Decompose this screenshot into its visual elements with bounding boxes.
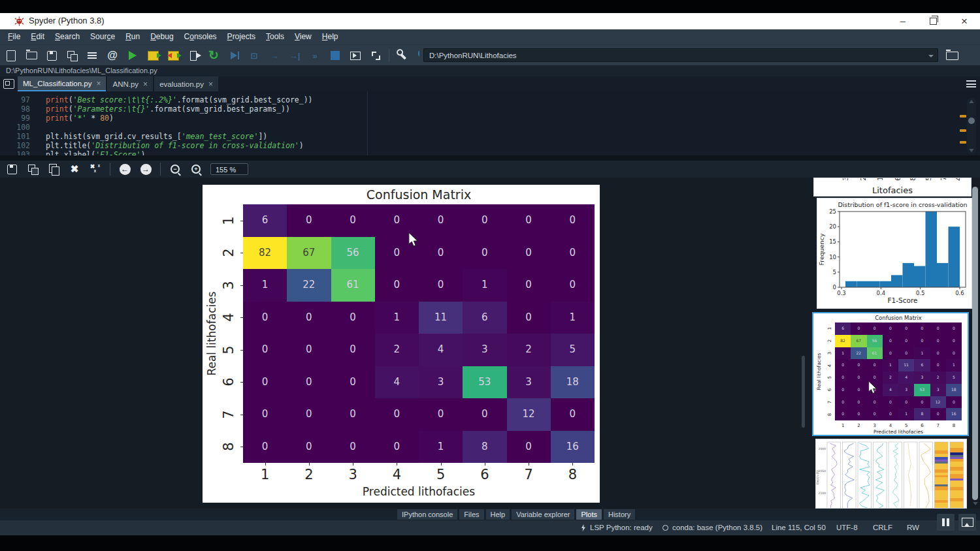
screenshot-button[interactable]	[958, 514, 976, 531]
menu-help[interactable]: Help	[317, 29, 344, 44]
encoding-status: UTF-8	[836, 520, 858, 535]
pause-button[interactable]	[937, 514, 955, 531]
open-file-icon[interactable]	[24, 48, 39, 63]
matrix-cell-r4c1: 0	[243, 302, 287, 334]
save-plot-icon[interactable]	[5, 163, 18, 176]
zoom-in-icon[interactable]: +	[189, 163, 203, 176]
y-tick-label: 3	[827, 352, 832, 354]
editor-scrollbar[interactable]	[967, 98, 976, 154]
tab-evaluation.py[interactable]: evaluation.py×	[154, 76, 218, 91]
remove-plot-icon[interactable]: ✖	[68, 163, 81, 176]
browse-directory-icon[interactable]	[945, 48, 959, 63]
warning-marker[interactable]	[960, 129, 966, 132]
close-button[interactable]: ×	[951, 13, 977, 29]
menu-run[interactable]: Run	[120, 29, 145, 44]
debug-cell-icon[interactable]: ⊡	[247, 48, 261, 63]
matrix-cell-r3c4: 0	[375, 269, 419, 302]
scroll-down-icon[interactable]	[973, 502, 978, 505]
tab-ANN.py[interactable]: ANN.py×	[107, 76, 153, 91]
debug-file-icon[interactable]	[227, 48, 241, 63]
x-tick-label: 6	[894, 178, 902, 181]
preferences-icon[interactable]	[395, 48, 410, 63]
remove-all-plots-icon[interactable]: ✖ ˣˣ	[89, 163, 102, 176]
tab-ML_Classification.py[interactable]: ML_Classification.py×	[18, 76, 106, 91]
plots-scrollbar-thumb[interactable]	[802, 356, 805, 428]
new-window-icon[interactable]	[348, 48, 363, 63]
pane-tab-plots[interactable]: Plots	[576, 509, 601, 520]
run-file-icon[interactable]	[125, 48, 140, 63]
warning-marker[interactable]	[960, 115, 966, 118]
menu-debug[interactable]: Debug	[145, 29, 178, 44]
maximize-pane-icon[interactable]	[368, 48, 383, 63]
code-editor[interactable]: 97print('Best score:\t\t{:.2%}'.format(s…	[0, 91, 980, 155]
new-file-icon[interactable]	[4, 48, 18, 63]
plot-confusion-matrix[interactable]: Confusion Matrix600000008267560000012261…	[203, 185, 600, 503]
menu-file[interactable]: File	[3, 29, 25, 44]
menu-search[interactable]: Search	[50, 29, 85, 44]
pane-splitter[interactable]	[0, 155, 980, 161]
y-tick-label: 1	[221, 216, 237, 225]
plot-thumbnail-f1-histogram[interactable]: Distribution of f1-score in cross-valida…	[817, 198, 972, 309]
thumbnail-scrollbar-thumb[interactable]	[972, 187, 978, 500]
pane-tab-ipython-console[interactable]: IPython console	[397, 509, 457, 520]
svg-text:10: 10	[829, 254, 836, 260]
close-tab-icon[interactable]: ×	[208, 80, 213, 89]
menu-consoles[interactable]: Consoles	[179, 29, 222, 44]
zoom-level-field[interactable]: 155 %	[210, 163, 248, 175]
y-axis-label: Real lithofacies	[816, 353, 822, 390]
next-plot-icon[interactable]: →	[139, 163, 152, 176]
plot-thumbnail-well-logs[interactable]: Depth (ft)200020502100	[815, 439, 967, 509]
matrix-cell-r7c7: 12	[930, 396, 946, 409]
step-over-icon[interactable]: →	[267, 48, 282, 63]
menu-source[interactable]: Source	[85, 29, 120, 44]
run-cell-icon[interactable]	[146, 48, 160, 63]
previous-plot-icon[interactable]: ←	[118, 163, 131, 176]
save-all-icon[interactable]	[65, 48, 79, 63]
menu-view[interactable]: View	[289, 29, 317, 44]
matrix-cell-r7c2: 0	[851, 396, 866, 409]
menu-edit[interactable]: Edit	[25, 29, 50, 44]
pane-tab-variable-explorer[interactable]: Variable explorer	[512, 509, 574, 520]
warning-marker[interactable]	[960, 141, 966, 144]
x-tick-label: 1	[261, 467, 269, 482]
svg-text:0.5: 0.5	[916, 290, 925, 296]
pane-tab-bar: IPython consoleFilesHelpVariable explore…	[0, 509, 980, 520]
pane-tab-help[interactable]: Help	[486, 509, 510, 520]
close-tab-icon[interactable]: ×	[143, 80, 148, 89]
plot-thumbnail-litofacies[interactable]: 32168574Litofacies	[813, 178, 972, 197]
menu-projects[interactable]: Projects	[222, 29, 261, 44]
thumbnail-scrollbar[interactable]	[972, 180, 979, 506]
save-all-plots-icon[interactable]	[26, 163, 39, 176]
svg-text:2100: 2100	[819, 492, 826, 495]
working-directory-select[interactable]: D:\PythonRUN\Lithofacies	[423, 48, 938, 62]
y-tick-label: 4	[827, 364, 832, 366]
run-cell-advance-icon[interactable]	[166, 48, 180, 63]
code-line-103: 103plt.xlabel('F1-Score')	[0, 150, 954, 155]
matrix-cell-r5c6: 3	[463, 334, 506, 366]
minimize-button[interactable]: –	[890, 13, 916, 29]
pane-tab-history[interactable]: History	[604, 509, 635, 520]
editor-options-icon[interactable]	[966, 80, 976, 87]
python-env-icon[interactable]	[416, 48, 419, 63]
close-tab-icon[interactable]: ×	[96, 79, 101, 88]
editor-scrollbar-thumb[interactable]	[968, 118, 975, 124]
run-selection-icon[interactable]	[186, 48, 201, 63]
file-switcher-icon[interactable]	[85, 48, 99, 63]
copy-image-icon[interactable]	[47, 163, 60, 176]
rerun-cell-icon[interactable]: ↻	[206, 48, 221, 63]
restore-button[interactable]	[920, 13, 946, 29]
svg-text:0: 0	[833, 284, 836, 291]
plot-thumbnail-confusion-matrix-selected[interactable]: Confusion Matrix600000008267560000012261…	[812, 312, 969, 436]
step-into-icon[interactable]: →|	[287, 48, 302, 63]
browse-tabs-icon[interactable]	[3, 79, 14, 89]
pane-tab-files[interactable]: Files	[459, 509, 483, 520]
matrix-cell-r8c8: 16	[551, 431, 595, 464]
matrix-cell-r8c1: 0	[835, 408, 851, 420]
stop-icon[interactable]	[328, 48, 342, 63]
menu-tools[interactable]: Tools	[261, 29, 289, 44]
continue-execution-icon[interactable]: »	[308, 48, 322, 63]
zoom-out-icon[interactable]: −	[169, 163, 182, 176]
save-icon[interactable]	[44, 48, 59, 63]
find-in-files-icon[interactable]: @	[105, 48, 120, 63]
eol-status: CRLF	[873, 520, 892, 535]
